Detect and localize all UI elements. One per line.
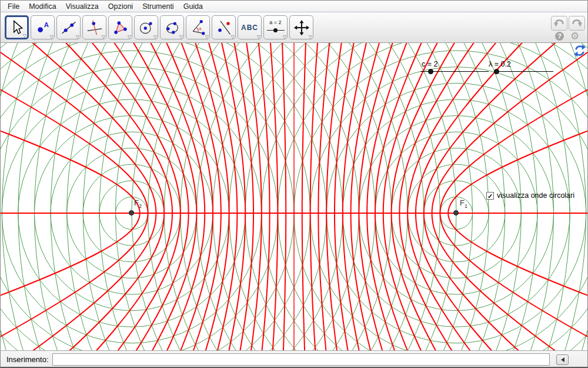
- menu-strumenti[interactable]: Strumenti: [138, 1, 179, 12]
- move-graphics-icon: [293, 19, 310, 36]
- polygon-tool-button[interactable]: ▽: [108, 15, 132, 39]
- undo-icon: [553, 19, 565, 28]
- ellipse-tool-button[interactable]: ▽: [160, 15, 184, 39]
- tool-dropdown-icon[interactable]: ▽: [179, 35, 183, 39]
- tool-dropdown-icon[interactable]: ▽: [128, 35, 131, 39]
- circle-tool-button[interactable]: ▽: [134, 15, 158, 39]
- tool-dropdown-icon[interactable]: ▽: [283, 35, 286, 39]
- slider-icon: a = 2: [266, 19, 285, 36]
- slider-lambda-track[interactable]: [496, 71, 553, 72]
- tool-dropdown-icon[interactable]: ▽: [76, 35, 79, 39]
- input-bar-label: Inserimento:: [6, 355, 49, 364]
- text-tool-label: ABC: [241, 24, 258, 32]
- refresh-view-icon[interactable]: [573, 44, 586, 57]
- point-tool-button[interactable]: A ▽: [31, 15, 55, 39]
- menu-file[interactable]: File: [3, 1, 24, 12]
- perpendicular-line-tool-button[interactable]: ▽: [82, 15, 106, 39]
- tool-dropdown-icon[interactable]: ▽: [231, 35, 235, 39]
- text-tool-button[interactable]: ABC ▽: [238, 15, 262, 39]
- reflection-icon: [216, 19, 232, 36]
- perpendicular-line-icon: [86, 19, 103, 36]
- tool-dropdown-icon[interactable]: ▽: [50, 35, 54, 39]
- circular-waves-checkbox-row[interactable]: ✓ visualizza onde circolari: [486, 191, 574, 200]
- slider-c-label: c = 2: [422, 60, 437, 68]
- focus-point-f2[interactable]: [129, 210, 134, 216]
- undo-button[interactable]: [551, 16, 567, 31]
- polygon-icon: [112, 19, 129, 36]
- slider-lambda-handle[interactable]: [494, 69, 499, 74]
- slider-c-handle[interactable]: [428, 69, 433, 74]
- tool-dropdown-icon[interactable]: ▽: [309, 35, 312, 39]
- move-graphics-tool-button[interactable]: ▽: [289, 15, 313, 39]
- tool-dropdown-icon[interactable]: ▽: [102, 35, 105, 39]
- focus-label-f2: F2: [134, 198, 142, 209]
- menu-opzioni[interactable]: Opzioni: [103, 1, 138, 12]
- geogebra-window: File Modifica Visualizza Opzioni Strumen…: [0, 0, 588, 368]
- slider-tool-label: a = 2: [266, 19, 285, 25]
- tool-dropdown-icon[interactable]: ▽: [153, 35, 157, 39]
- line-icon: [61, 19, 77, 36]
- focus-label-f1: F1: [460, 198, 467, 209]
- settings-gear-icon[interactable]: ⚙: [570, 31, 579, 41]
- line-tool-button[interactable]: ▽: [56, 15, 81, 39]
- algebra-input-field[interactable]: [52, 353, 550, 366]
- menu-guida[interactable]: Guida: [179, 1, 208, 12]
- svg-text:A: A: [44, 21, 48, 28]
- circular-waves-checkbox-label: visualizza onde circolari: [497, 191, 574, 200]
- redo-button[interactable]: [569, 16, 585, 31]
- toolbar: ▽ A ▽ ▽ ▽: [1, 12, 587, 43]
- redo-icon: [571, 19, 583, 28]
- angle-tool-button[interactable]: α ▽: [186, 15, 210, 39]
- tool-dropdown-icon[interactable]: ▽: [257, 35, 260, 39]
- input-bar: Inserimento:: [1, 350, 587, 368]
- angle-icon: α: [190, 19, 206, 36]
- point-icon: A: [35, 19, 51, 36]
- move-tool-button[interactable]: ▽: [5, 15, 29, 39]
- circle-icon: [138, 19, 155, 36]
- reflection-tool-button[interactable]: ▽: [212, 15, 236, 39]
- svg-text:α: α: [198, 26, 201, 31]
- graphics-view[interactable]: c = 2 λ = 0.2 F1 F2 ✓ visualizza onde ci…: [1, 43, 587, 350]
- toolbar-right-group: ? ⚙: [551, 15, 586, 42]
- focus-point-f1[interactable]: [453, 210, 459, 216]
- tool-dropdown-icon[interactable]: ▽: [205, 35, 209, 39]
- slider-tool-button[interactable]: a = 2 ▽: [263, 15, 288, 39]
- slider-lambda-label: λ = 0.2: [489, 60, 511, 68]
- input-help-toggle-button[interactable]: [556, 354, 569, 365]
- menu-modifica[interactable]: Modifica: [24, 1, 61, 12]
- tool-dropdown-icon[interactable]: ▽: [23, 34, 26, 38]
- menu-visualizza[interactable]: Visualizza: [61, 1, 103, 12]
- ellipse-icon: [164, 19, 181, 36]
- menu-bar: File Modifica Visualizza Opzioni Strumen…: [1, 1, 587, 12]
- circular-waves-checkbox[interactable]: ✓: [486, 192, 494, 200]
- triangle-left-icon: [561, 357, 564, 362]
- help-icon[interactable]: ?: [555, 32, 564, 41]
